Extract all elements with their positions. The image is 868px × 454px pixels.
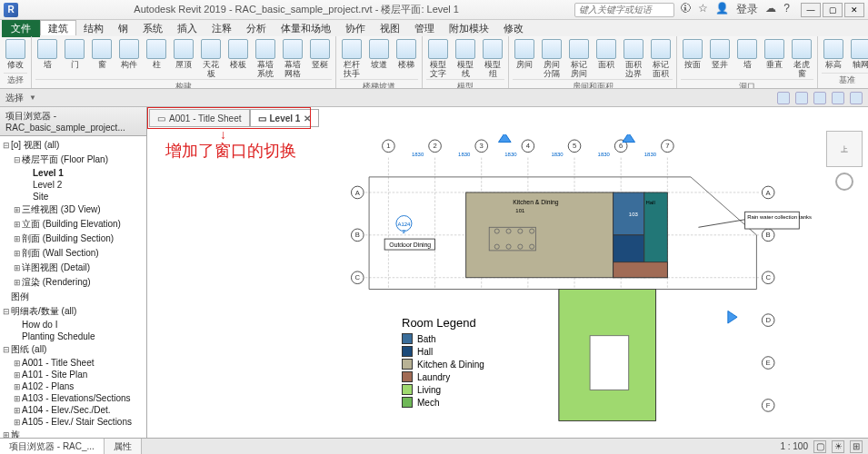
ribbon-button[interactable]: 修改 — [4, 38, 27, 70]
tree-node[interactable]: Level 2 — [2, 179, 145, 191]
view-control-icon[interactable]: ⊞ — [850, 440, 863, 453]
tree-node[interactable]: Level 1 — [2, 167, 145, 179]
ribbon-button[interactable]: 竖梃 — [308, 38, 332, 70]
ribbon-button[interactable]: 标高 — [822, 38, 845, 70]
app-icon[interactable]: R — [4, 3, 18, 17]
ribbon-button[interactable]: 按面 — [681, 38, 704, 70]
tree-node[interactable]: ⊞三维视图 (3D View) — [2, 202, 145, 217]
menu-tab[interactable]: 附加模块 — [442, 21, 496, 35]
scale-label[interactable]: 1 : 100 — [780, 441, 808, 451]
menu-tab[interactable]: 管理 — [407, 21, 442, 35]
qat-tool[interactable] — [832, 92, 844, 104]
ribbon-button[interactable]: 模型线 — [454, 38, 477, 79]
menu-tab[interactable]: 修改 — [496, 21, 531, 35]
tree-node[interactable]: ⊞立面 (Building Elevation) — [2, 217, 145, 232]
tree-node[interactable]: ⊞剖面 (Wall Section) — [2, 246, 145, 261]
tool-icon — [542, 39, 562, 59]
drawing-canvas[interactable]: ▭A001 - Title Sheet▭Level 1✕ ↓ 增加了窗口的切换 … — [147, 107, 868, 438]
user-icon[interactable]: 👤 — [715, 2, 729, 17]
ribbon-button[interactable]: 柱 — [145, 38, 168, 70]
qat-tool[interactable] — [813, 92, 826, 104]
ribbon-button[interactable]: 标记面积 — [649, 38, 673, 79]
project-tree: ⊟[o] 视图 (all)⊟楼层平面 (Floor Plan)Level 1Le… — [0, 136, 146, 438]
menu-tab[interactable]: 体量和场地 — [274, 21, 338, 35]
info-icon[interactable]: 🛈 — [680, 2, 691, 17]
tree-node[interactable]: ⊟明细表/数量 (all) — [2, 304, 145, 319]
view-tab[interactable]: ▭Level 1✕ — [250, 109, 320, 127]
ribbon-button[interactable]: 墙 — [735, 38, 759, 70]
ribbon-button[interactable]: 坡道 — [367, 38, 391, 70]
menu-tab[interactable]: 视图 — [373, 21, 407, 35]
ribbon-button[interactable]: 墙 — [35, 38, 59, 70]
tree-node[interactable]: ⊞A103 - Elevations/Sections — [2, 392, 145, 404]
ribbon-button[interactable]: 面积 — [594, 38, 618, 70]
ribbon-button[interactable]: 垂直 — [763, 38, 786, 70]
search-input[interactable] — [574, 3, 674, 17]
tree-node[interactable]: How do I — [2, 319, 145, 331]
file-menu[interactable]: 文件 — [2, 20, 40, 37]
ribbon-button[interactable]: 房间 — [513, 38, 536, 70]
ribbon-button[interactable]: 房间分隔 — [540, 38, 564, 79]
tree-node[interactable]: ⊞剖面 (Building Section) — [2, 232, 145, 246]
ribbon-button[interactable]: 楼板 — [226, 38, 250, 70]
menu-tab[interactable]: 分析 — [239, 21, 274, 35]
ribbon-button[interactable]: 幕墙系统 — [254, 38, 277, 79]
ribbon-button[interactable]: 模型文字 — [426, 38, 450, 79]
maximize-button[interactable]: ▢ — [823, 3, 843, 17]
dropdown-icon[interactable]: ▼ — [29, 94, 36, 102]
menu-tab[interactable]: 插入 — [170, 21, 205, 35]
ribbon-button[interactable]: 构件 — [117, 38, 141, 70]
qat-tool[interactable] — [850, 92, 863, 104]
tree-node[interactable]: ⊞A105 - Elev./ Stair Sections — [2, 416, 145, 428]
status-tab-browser[interactable]: 项目浏览器 - RAC_... — [0, 439, 105, 455]
tree-node[interactable]: ⊞A102 - Plans — [2, 380, 145, 392]
ribbon-button[interactable]: 窗 — [90, 38, 114, 70]
svg-text:5: 5 — [573, 142, 576, 150]
menu-tab[interactable]: 建筑 — [40, 20, 76, 35]
menu-tab[interactable]: 协作 — [338, 21, 373, 35]
ribbon-button[interactable]: 老虎窗 — [790, 38, 813, 79]
ribbon-button[interactable]: 标记房间 — [567, 38, 591, 79]
tree-node[interactable]: ⊞A001 - Title Sheet — [2, 357, 145, 369]
ribbon-button[interactable]: 天花板 — [199, 38, 223, 79]
star-icon[interactable]: ☆ — [698, 2, 708, 17]
view-tab[interactable]: ▭A001 - Title Sheet — [149, 109, 250, 127]
tree-node[interactable]: 图例 — [2, 290, 145, 304]
floor-plan-view[interactable]: 1234567 ABC ABCDEF — [284, 134, 850, 429]
ribbon-button[interactable]: 竖井 — [708, 38, 732, 70]
menu-tab[interactable]: 结构 — [76, 21, 111, 35]
view-control-icon[interactable]: ▢ — [813, 440, 826, 453]
tree-node[interactable]: ⊞详图视图 (Detail) — [2, 261, 145, 275]
tree-node[interactable]: ⊞A101 - Site Plan — [2, 369, 145, 380]
tree-node[interactable]: Planting Schedule — [2, 331, 145, 342]
ribbon-button[interactable]: 楼梯 — [394, 38, 418, 70]
ribbon-button[interactable]: 栏杆扶手 — [340, 38, 364, 79]
ribbon-button[interactable]: 轴网 — [849, 38, 868, 70]
tree-node[interactable]: ⊟图纸 (all) — [2, 342, 145, 357]
ribbon-button[interactable]: 幕墙网格 — [281, 38, 304, 79]
tree-node[interactable]: ⊞族 — [2, 428, 145, 438]
menu-tab[interactable]: 注释 — [205, 21, 239, 35]
ribbon-panel-title: 构建 — [35, 79, 332, 89]
tree-node[interactable]: Site — [2, 191, 145, 202]
login-label[interactable]: 登录 — [736, 2, 758, 17]
status-tab-properties[interactable]: 属性 — [105, 439, 142, 455]
cloud-icon[interactable]: ☁ — [765, 2, 776, 17]
ribbon-button[interactable]: 面积边界 — [622, 38, 645, 79]
tree-node[interactable]: ⊞A104 - Elev./Sec./Det. — [2, 404, 145, 416]
tree-node[interactable]: ⊞渲染 (Rendering) — [2, 275, 145, 290]
close-button[interactable]: ✕ — [844, 3, 864, 17]
help-icon[interactable]: ? — [783, 2, 790, 17]
menu-tab[interactable]: 系统 — [135, 21, 170, 35]
menu-tab[interactable]: 钢 — [111, 21, 135, 35]
tree-node[interactable]: ⊟[o] 视图 (all) — [2, 138, 145, 153]
minimize-button[interactable]: — — [801, 3, 821, 17]
ribbon-button[interactable]: 屋顶 — [172, 38, 195, 70]
view-control-icon[interactable]: ☀ — [832, 440, 844, 453]
close-tab-icon[interactable]: ✕ — [304, 114, 311, 123]
tree-node[interactable]: ⊟楼层平面 (Floor Plan) — [2, 153, 145, 167]
qat-tool[interactable] — [777, 92, 790, 104]
ribbon-button[interactable]: 模型组 — [481, 38, 504, 79]
ribbon-button[interactable]: 门 — [63, 38, 86, 70]
qat-tool[interactable] — [795, 92, 808, 104]
